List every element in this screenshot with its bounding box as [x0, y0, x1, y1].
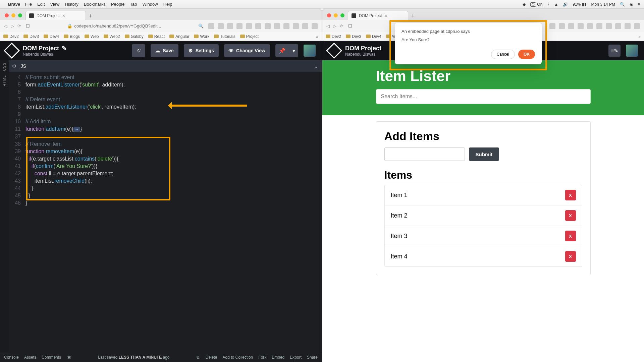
minimize-window-icon[interactable] [11, 13, 15, 17]
close-tab-icon[interactable]: × [385, 13, 387, 18]
pen-author[interactable]: Nabendu Biswas [345, 52, 381, 57]
volume-icon[interactable]: 🔊 [563, 2, 568, 7]
code-line[interactable]: 6 [9, 88, 322, 96]
clock[interactable]: Mon 3:14 PM [591, 2, 615, 7]
change-view-button[interactable]: Change View [224, 44, 270, 57]
edit-menu-icon[interactable]: ≡✎ [608, 45, 621, 57]
editor-language-tab[interactable]: JS [20, 63, 26, 69]
extension-icon[interactable] [274, 23, 280, 29]
maximize-window-icon[interactable] [18, 13, 22, 17]
menubar-app-name[interactable]: Brave [8, 2, 20, 7]
footer-embed[interactable]: Embed [272, 355, 284, 360]
extension-icon[interactable] [293, 23, 299, 29]
extension-icon[interactable] [208, 23, 214, 29]
code-line[interactable]: 46} [9, 199, 322, 207]
extension-icon[interactable] [549, 23, 555, 29]
heart-button[interactable]: ♡ [132, 44, 145, 57]
ok-button[interactable]: OK [518, 50, 535, 59]
extension-icon[interactable] [606, 23, 612, 29]
close-window-icon[interactable] [5, 13, 9, 17]
bookmark-folder[interactable]: Blogs [64, 34, 80, 39]
bookmark-folder[interactable]: Gatsby [125, 34, 144, 39]
bookmark-folder[interactable]: React [148, 34, 165, 39]
bluetooth-icon[interactable]: ᚼ [547, 2, 549, 7]
avatar[interactable] [626, 45, 638, 57]
bookmark-folder[interactable]: Dev4 [366, 34, 381, 39]
delete-item-button[interactable]: X [565, 190, 576, 200]
submit-button[interactable]: Submit [469, 147, 499, 161]
bookmark-folder[interactable]: Web2 [104, 34, 120, 39]
codepen-logo-icon[interactable] [326, 43, 342, 59]
extension-icon[interactable] [587, 23, 593, 29]
code-line[interactable]: 43 itemList.removeChild(li); [9, 177, 322, 185]
footer-share[interactable]: Share [307, 355, 318, 360]
reload-button[interactable]: ⟳ [340, 23, 343, 28]
menu-tab[interactable]: Tab [130, 2, 137, 7]
code-line[interactable]: 45 } [9, 192, 322, 199]
brave-shield-icon[interactable]: ◆ [523, 2, 526, 7]
code-editor[interactable]: 4// Form submit event5form.addEventListe… [9, 72, 322, 352]
extension-icon[interactable] [312, 23, 318, 29]
close-tab-icon[interactable]: × [62, 13, 65, 18]
codepen-logo-icon[interactable] [4, 43, 20, 59]
bookmarks-overflow[interactable]: » [638, 34, 641, 39]
side-tab-css[interactable]: CSS [2, 62, 6, 71]
bookmark-folder[interactable]: Angular [169, 34, 189, 39]
zoom-icon[interactable]: 🔍 [198, 23, 204, 28]
edit-title-icon[interactable]: ✎ [62, 45, 67, 52]
battery-status[interactable]: 91% ▮▮ [573, 2, 586, 7]
pen-title[interactable]: DOM Project [23, 45, 59, 52]
forward-button[interactable]: ▷ [11, 23, 14, 28]
bookmark-folder[interactable]: Work [194, 34, 209, 39]
extension-icon[interactable] [218, 23, 224, 29]
pen-author[interactable]: Nabendu Biswas [23, 52, 67, 57]
notification-center-icon[interactable]: ≡ [638, 2, 640, 7]
code-line[interactable]: 38// Remove item [9, 140, 322, 148]
new-tab-button[interactable]: + [86, 12, 95, 20]
menu-file[interactable]: File [25, 2, 32, 7]
menu-history[interactable]: History [65, 2, 78, 7]
forward-button[interactable]: ▷ [333, 23, 336, 28]
extension-icon[interactable] [227, 23, 233, 29]
menu-edit[interactable]: Edit [37, 2, 45, 7]
extension-icon[interactable] [255, 23, 261, 29]
code-line[interactable]: 41 if(confirm('Are You Sure?')){ [9, 163, 322, 170]
extension-icon[interactable] [559, 23, 565, 29]
extension-icon[interactable] [246, 23, 252, 29]
extension-icon[interactable] [634, 23, 640, 29]
minimize-window-icon[interactable] [334, 13, 338, 17]
bookmark-folder[interactable]: Tutorials [214, 34, 235, 39]
extension-icon[interactable] [265, 23, 271, 29]
open-icon[interactable]: ⧉ [197, 355, 200, 360]
code-line[interactable]: 11function addItem(e){↔} [9, 125, 322, 133]
code-line[interactable]: 39function removeItem(e){ [9, 148, 322, 155]
vpn-status[interactable]: ① On [530, 2, 542, 7]
footer-console[interactable]: Console [4, 355, 19, 360]
maximize-window-icon[interactable] [340, 13, 344, 17]
extension-icon[interactable] [302, 23, 308, 29]
footer-comments[interactable]: Comments [42, 355, 61, 360]
bookmark-folder[interactable]: Web [85, 34, 99, 39]
delete-item-button[interactable]: X [565, 251, 576, 262]
menu-window[interactable]: Window [142, 2, 158, 7]
new-tab-button[interactable]: + [408, 12, 418, 20]
extension-icon[interactable] [615, 23, 621, 29]
bookmark-folder[interactable]: Dev2 [3, 34, 19, 39]
bookmarks-overflow[interactable]: » [316, 34, 318, 39]
settings-button[interactable]: Settings [184, 44, 219, 57]
bookmark-folder[interactable]: Dev3 [23, 34, 39, 39]
bookmark-icon[interactable]: ☐ [26, 23, 30, 28]
menu-view[interactable]: View [50, 2, 60, 7]
footer-export[interactable]: Export [290, 355, 302, 360]
collapse-panel-icon[interactable]: ⌄ [314, 63, 318, 69]
bookmark-icon[interactable]: ☐ [348, 23, 352, 28]
back-button[interactable]: ◁ [326, 23, 330, 28]
bookmark-folder[interactable]: Dev4 [44, 34, 59, 39]
extension-icon[interactable] [236, 23, 243, 29]
code-line[interactable]: 10// Add item [9, 118, 322, 125]
code-line[interactable]: 4// Form submit event [9, 74, 322, 81]
editor-settings-icon[interactable]: ⚙ [12, 63, 16, 69]
extension-icon[interactable] [596, 23, 602, 29]
code-line[interactable]: 9 [9, 111, 322, 118]
bookmark-folder[interactable]: Project [240, 34, 259, 39]
